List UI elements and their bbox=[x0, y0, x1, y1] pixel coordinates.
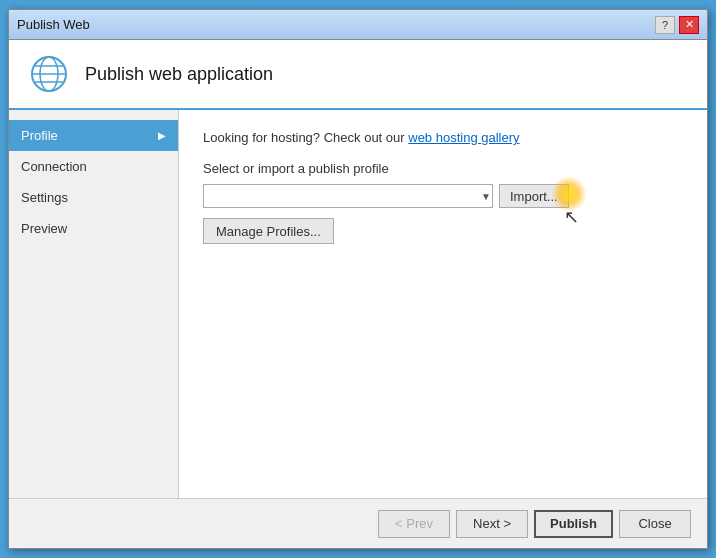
window-close-button[interactable]: ✕ bbox=[679, 16, 699, 34]
publish-web-dialog: Publish Web ? ✕ Publish web application … bbox=[8, 9, 708, 549]
profile-select-wrapper: ▼ bbox=[203, 184, 493, 208]
hosting-gallery-link[interactable]: web hosting gallery bbox=[408, 130, 519, 145]
title-bar: Publish Web ? ✕ bbox=[9, 10, 707, 40]
prev-button[interactable]: < Prev bbox=[378, 510, 450, 538]
footer: < Prev Next > Publish Close bbox=[9, 498, 707, 548]
profile-select[interactable] bbox=[203, 184, 493, 208]
manage-profiles-row: Manage Profiles... bbox=[203, 218, 683, 244]
next-button[interactable]: Next > bbox=[456, 510, 528, 538]
sidebar-item-settings[interactable]: Settings bbox=[9, 182, 178, 213]
dialog-header: Publish web application bbox=[9, 40, 707, 110]
content-area: Profile Connection Settings Preview Look… bbox=[9, 110, 707, 498]
hosting-text: Looking for hosting? Check out our web h… bbox=[203, 130, 683, 145]
sidebar-item-profile[interactable]: Profile bbox=[9, 120, 178, 151]
help-button[interactable]: ? bbox=[655, 16, 675, 34]
main-panel: Looking for hosting? Check out our web h… bbox=[179, 110, 707, 498]
sidebar-item-preview[interactable]: Preview bbox=[9, 213, 178, 244]
window-title: Publish Web bbox=[17, 17, 90, 32]
sidebar: Profile Connection Settings Preview bbox=[9, 110, 179, 498]
publish-button[interactable]: Publish bbox=[534, 510, 613, 538]
manage-profiles-button[interactable]: Manage Profiles... bbox=[203, 218, 334, 244]
close-button[interactable]: Close bbox=[619, 510, 691, 538]
globe-icon bbox=[29, 54, 69, 94]
profile-row: ▼ Import... ↖ bbox=[203, 184, 683, 208]
sidebar-item-connection[interactable]: Connection bbox=[9, 151, 178, 182]
import-button[interactable]: Import... bbox=[499, 184, 569, 208]
dialog-title: Publish web application bbox=[85, 64, 273, 85]
title-bar-controls: ? ✕ bbox=[655, 16, 699, 34]
profile-label: Select or import a publish profile bbox=[203, 161, 683, 176]
